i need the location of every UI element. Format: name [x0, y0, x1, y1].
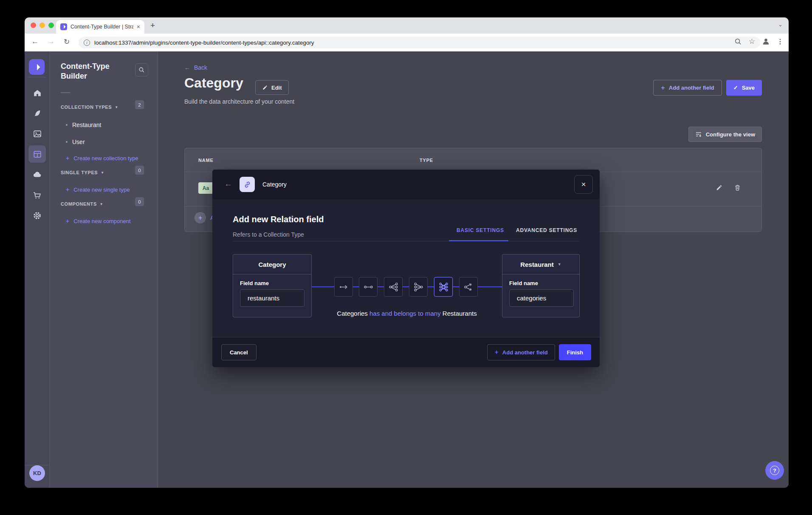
url-text[interactable]: localhost:1337/admin/plugins/content-typ… — [94, 40, 314, 46]
plugin-title: Content-Type Builder — [61, 62, 124, 81]
relation-many-to-many-button[interactable] — [434, 277, 453, 297]
chevron-down-icon: ▼ — [115, 105, 118, 109]
search-button[interactable] — [135, 63, 148, 76]
cancel-button[interactable]: Cancel — [221, 344, 257, 360]
cloud-icon[interactable] — [28, 166, 46, 183]
modal-header: ← Category × — [212, 170, 600, 199]
configure-view-button[interactable]: Configure the view — [688, 127, 762, 142]
edit-button[interactable]: Edit — [255, 80, 289, 95]
browser-window: Content-Type Builder | Strapi × + ⌄ ← → … — [25, 17, 789, 488]
modal-breadcrumb: Category — [262, 181, 287, 188]
media-library-icon[interactable] — [28, 125, 46, 142]
tab-advanced-settings[interactable]: ADVANCED SETTINGS — [516, 227, 577, 233]
source-field-label: Field name — [240, 280, 311, 286]
user-avatar[interactable]: KD — [29, 465, 45, 481]
modal-back-icon[interactable]: ← — [224, 179, 232, 189]
strapi-logo[interactable] — [29, 59, 45, 75]
address-field[interactable]: i localhost:1337/admin/plugins/content-t… — [79, 37, 760, 48]
edit-row-icon[interactable] — [716, 184, 723, 191]
plus-circle-icon: + — [195, 212, 206, 224]
relation-link-icon — [240, 177, 255, 192]
strapi-favicon-icon — [60, 23, 67, 30]
site-info-icon[interactable]: i — [84, 40, 90, 46]
plus-icon: + — [66, 186, 69, 193]
bullet-icon — [66, 141, 68, 143]
configure-icon — [695, 131, 702, 138]
relation-one-to-one-button[interactable] — [359, 277, 378, 297]
relation-many-to-one-button[interactable] — [409, 277, 428, 297]
title-rule — [61, 92, 70, 93]
row-actions — [716, 184, 741, 191]
delete-row-icon[interactable] — [734, 184, 741, 191]
new-tab-button[interactable]: + — [150, 21, 155, 30]
zoom-icon[interactable] — [734, 38, 742, 45]
question-icon: ? — [770, 466, 779, 475]
finish-button[interactable]: Finish — [559, 344, 591, 360]
section-components[interactable]: COMPONENTS▼ — [61, 201, 103, 207]
plus-icon: + — [66, 218, 69, 224]
bookmark-star-icon[interactable]: ☆ — [749, 37, 755, 46]
zoom-window-button[interactable] — [48, 23, 54, 28]
relation-many-way-button[interactable] — [459, 277, 478, 297]
relation-source-card: Category Field name restaurants — [233, 254, 312, 317]
tab-search-chevron-icon[interactable]: ⌄ — [778, 21, 783, 28]
create-component-link[interactable]: + Create new component — [66, 218, 131, 224]
page-subtitle: Build the data architecture of your cont… — [184, 98, 294, 105]
back-link[interactable]: ← Back — [184, 64, 207, 71]
target-field-label: Field name — [509, 280, 579, 286]
modal-add-another-field-button[interactable]: + Add another field — [487, 344, 555, 360]
tab-close-icon[interactable]: × — [137, 23, 140, 30]
settings-gear-icon[interactable] — [28, 207, 46, 224]
modal-subtitle: Refers to a Collection Type — [233, 231, 304, 238]
back-icon[interactable]: ← — [31, 37, 39, 46]
tabs-divider — [233, 241, 579, 241]
browser-tab[interactable]: Content-Type Builder | Strapi × — [56, 20, 144, 34]
nav-rail: KD — [25, 51, 50, 488]
tab-title: Content-Type Builder | Strapi — [70, 24, 133, 30]
section-collection-types[interactable]: COLLECTION TYPES▼ — [61, 105, 118, 110]
save-button[interactable]: ✓ Save — [726, 80, 762, 96]
field-type-badge: Aa — [198, 182, 213, 194]
tab-basic-settings[interactable]: BASIC SETTINGS — [457, 227, 504, 233]
modal-close-button[interactable]: × — [574, 175, 593, 194]
sidebar-item-restaurant[interactable]: Restaurant — [66, 122, 101, 128]
target-field-input[interactable]: categories — [509, 289, 574, 307]
collection-types-count: 2 — [135, 100, 144, 109]
pencil-icon — [262, 85, 268, 91]
relation-one-way-button[interactable] — [334, 277, 353, 297]
plus-icon: + — [66, 155, 69, 161]
target-card-select[interactable]: Restaurant ▼ — [502, 255, 579, 274]
content-type-builder-icon[interactable] — [28, 145, 46, 163]
active-tab-underline — [449, 240, 508, 241]
close-window-button[interactable] — [31, 23, 36, 28]
create-single-type-link[interactable]: + Create new single type — [66, 186, 130, 193]
window-controls[interactable] — [31, 23, 54, 28]
plus-icon: + — [661, 84, 665, 92]
profile-icon[interactable] — [762, 37, 770, 45]
browser-menu-icon[interactable]: ⋮ — [777, 37, 784, 45]
plus-icon: + — [494, 348, 498, 356]
rail-divider — [28, 77, 46, 77]
page-title: Category — [184, 75, 243, 91]
sidebar-item-user[interactable]: User — [66, 139, 85, 145]
forward-icon[interactable]: → — [48, 37, 55, 46]
modal-title: Add new Relation field — [233, 215, 324, 224]
content-manager-feather-icon[interactable] — [28, 105, 46, 122]
column-header-name: NAME — [198, 158, 214, 163]
marketplace-cart-icon[interactable] — [28, 187, 46, 204]
chevron-down-icon: ▼ — [558, 262, 561, 266]
bullet-icon — [66, 124, 68, 126]
add-another-field-button[interactable]: + Add another field — [653, 80, 722, 96]
relation-one-to-many-button[interactable] — [384, 277, 403, 297]
reload-icon[interactable]: ↻ — [64, 37, 70, 46]
single-types-count: 0 — [135, 166, 144, 175]
help-button[interactable]: ? — [765, 461, 784, 480]
section-single-types[interactable]: SINGLE TYPES▼ — [61, 170, 104, 175]
source-card-title: Category — [233, 255, 311, 274]
relation-modal: ← Category × Add new Relation field Refe… — [212, 170, 600, 367]
home-icon[interactable] — [28, 84, 46, 102]
source-field-input[interactable]: restaurants — [240, 289, 304, 307]
url-bar: ← → ↻ i localhost:1337/admin/plugins/con… — [25, 34, 789, 51]
create-collection-type-link[interactable]: + Create new collection type — [66, 155, 138, 161]
minimize-window-button[interactable] — [39, 23, 45, 28]
